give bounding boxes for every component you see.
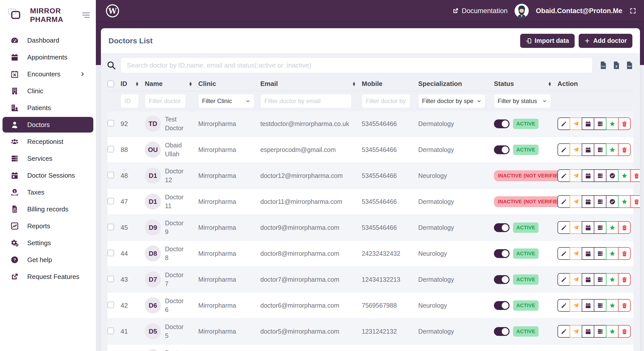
row-checkbox[interactable] bbox=[107, 328, 114, 334]
documentation-link[interactable]: Documentation bbox=[452, 7, 508, 15]
filter-mobile-input[interactable] bbox=[362, 94, 410, 108]
sidebar-item-doctors[interactable]: Doctors bbox=[3, 117, 93, 133]
review-button[interactable] bbox=[606, 325, 619, 338]
sidebar-item-clinic[interactable]: Clinic bbox=[3, 83, 93, 99]
add-doctor-button[interactable]: Add doctor bbox=[579, 34, 632, 48]
sidebar-item-dashboard[interactable]: Dashboard bbox=[3, 33, 93, 48]
appointments-button[interactable] bbox=[582, 247, 594, 260]
row-checkbox[interactable] bbox=[107, 276, 114, 282]
review-button[interactable] bbox=[606, 117, 619, 130]
resend-credentials-button[interactable] bbox=[570, 169, 582, 182]
status-toggle[interactable] bbox=[494, 249, 510, 258]
filter-email-input[interactable] bbox=[260, 94, 352, 108]
edit-doctor-button[interactable] bbox=[557, 325, 570, 338]
delete-doctor-button[interactable] bbox=[618, 247, 631, 260]
sessions-button[interactable] bbox=[594, 195, 606, 208]
edit-doctor-button[interactable] bbox=[557, 221, 570, 234]
row-checkbox[interactable] bbox=[107, 172, 114, 178]
wordpress-logo-icon[interactable]: W bbox=[105, 4, 120, 18]
status-toggle[interactable] bbox=[494, 275, 510, 284]
export-excel-icon[interactable]: X bbox=[612, 61, 620, 69]
delete-doctor-button[interactable] bbox=[618, 117, 631, 130]
sidebar-item-doctor-sessions[interactable]: Doctor Sessions bbox=[3, 168, 93, 183]
status-toggle[interactable] bbox=[494, 301, 510, 310]
row-checkbox[interactable] bbox=[107, 146, 114, 152]
sort-icon[interactable]: ▲▼ bbox=[189, 82, 192, 86]
user-email[interactable]: Obaid.Contact@Proton.Me bbox=[536, 7, 622, 15]
export-pdf-icon[interactable]: PDF bbox=[625, 61, 633, 69]
sessions-button[interactable] bbox=[594, 273, 606, 286]
sessions-button[interactable] bbox=[594, 247, 606, 260]
sessions-button[interactable] bbox=[594, 143, 606, 156]
sidebar-item-settings[interactable]: Settings bbox=[3, 235, 93, 251]
status-toggle[interactable] bbox=[494, 145, 510, 154]
verify-doctor-button[interactable] bbox=[606, 169, 619, 182]
resend-credentials-button[interactable] bbox=[570, 247, 582, 260]
sidebar-collapse-icon[interactable] bbox=[82, 11, 90, 18]
edit-doctor-button[interactable] bbox=[557, 247, 570, 260]
edit-doctor-button[interactable] bbox=[557, 195, 570, 208]
sort-icon[interactable]: ▲▼ bbox=[136, 82, 138, 86]
review-button[interactable] bbox=[606, 273, 619, 286]
appointments-button[interactable] bbox=[582, 299, 594, 312]
search-input[interactable] bbox=[121, 57, 593, 73]
review-button[interactable] bbox=[606, 143, 619, 156]
appointments-button[interactable] bbox=[582, 143, 594, 156]
import-data-button[interactable]: Import data bbox=[520, 34, 575, 48]
sidebar-item-get-help[interactable]: ? Get help bbox=[3, 252, 93, 268]
export-csv-icon[interactable]: CSV bbox=[599, 61, 607, 69]
sessions-button[interactable] bbox=[594, 221, 606, 234]
review-button[interactable] bbox=[606, 299, 619, 312]
appointments-button[interactable] bbox=[582, 221, 594, 234]
appointments-button[interactable] bbox=[582, 169, 594, 182]
delete-doctor-button[interactable] bbox=[618, 299, 631, 312]
select-all-checkbox[interactable] bbox=[107, 81, 114, 87]
sidebar-item-billing-records[interactable]: Billing records bbox=[3, 201, 93, 217]
delete-doctor-button[interactable] bbox=[618, 143, 631, 156]
review-button[interactable] bbox=[606, 247, 619, 260]
resend-credentials-button[interactable] bbox=[570, 273, 582, 286]
sessions-button[interactable] bbox=[594, 299, 606, 312]
delete-doctor-button[interactable] bbox=[630, 195, 640, 208]
resend-credentials-button[interactable] bbox=[570, 221, 582, 234]
row-checkbox[interactable] bbox=[107, 198, 114, 204]
sidebar-item-encounters[interactable]: Encounters bbox=[3, 66, 93, 82]
sidebar-item-request-features[interactable]: Request Features bbox=[3, 269, 93, 284]
sidebar-item-taxes[interactable]: $ Taxes bbox=[3, 184, 93, 200]
filter-spec-select[interactable]: Filter doctor by spe bbox=[418, 94, 485, 108]
fullscreen-icon[interactable] bbox=[629, 7, 636, 14]
filter-id-input[interactable] bbox=[121, 94, 139, 108]
edit-doctor-button[interactable] bbox=[557, 117, 570, 130]
resend-credentials-button[interactable] bbox=[570, 195, 582, 208]
resend-credentials-button[interactable] bbox=[570, 299, 582, 312]
sessions-button[interactable] bbox=[594, 117, 606, 130]
row-checkbox[interactable] bbox=[107, 250, 114, 256]
sessions-button[interactable] bbox=[594, 169, 606, 182]
appointments-button[interactable] bbox=[582, 195, 594, 208]
delete-doctor-button[interactable] bbox=[618, 325, 631, 338]
status-toggle[interactable] bbox=[494, 223, 510, 232]
sessions-button[interactable] bbox=[594, 325, 606, 338]
resend-credentials-button[interactable] bbox=[570, 143, 582, 156]
edit-doctor-button[interactable] bbox=[557, 299, 570, 312]
sidebar-item-receptionist[interactable]: Receptionist bbox=[3, 134, 93, 149]
delete-doctor-button[interactable] bbox=[618, 221, 631, 234]
delete-doctor-button[interactable] bbox=[630, 169, 640, 182]
review-button[interactable] bbox=[606, 221, 619, 234]
review-button[interactable] bbox=[618, 169, 631, 182]
review-button[interactable] bbox=[618, 195, 631, 208]
status-toggle[interactable] bbox=[494, 119, 510, 128]
sort-icon[interactable]: ▲▼ bbox=[353, 82, 355, 86]
sidebar-item-patients[interactable]: Patients bbox=[3, 100, 93, 116]
sidebar-item-services[interactable]: Services bbox=[3, 151, 93, 166]
filter-name-input[interactable] bbox=[145, 94, 186, 108]
resend-credentials-button[interactable] bbox=[570, 325, 582, 338]
appointments-button[interactable] bbox=[582, 117, 594, 130]
sidebar-item-reports[interactable]: Reports bbox=[3, 218, 93, 234]
delete-doctor-button[interactable] bbox=[618, 273, 631, 286]
filter-status-select[interactable]: Filter by status bbox=[494, 94, 551, 108]
row-checkbox[interactable] bbox=[107, 120, 114, 126]
user-avatar[interactable] bbox=[515, 4, 529, 18]
row-checkbox[interactable] bbox=[107, 224, 114, 230]
appointments-button[interactable] bbox=[582, 273, 594, 286]
